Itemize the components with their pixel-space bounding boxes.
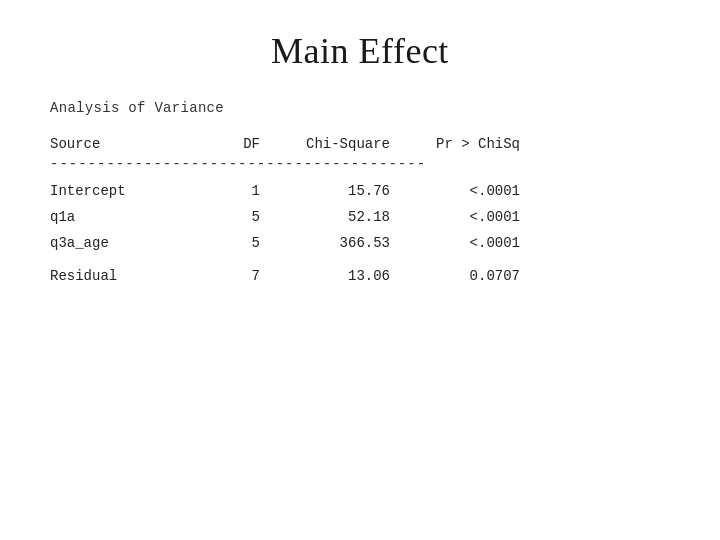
table-row: q3a_age 5 366.53 <.0001 xyxy=(50,232,680,256)
cell-source-2: q3a_age xyxy=(50,232,180,256)
cell-source-0: Intercept xyxy=(50,180,180,204)
col-header-source: Source xyxy=(50,136,180,152)
anova-table: Source DF Chi-Square Pr > ChiSq --------… xyxy=(50,136,680,289)
cell-source-1: q1a xyxy=(50,206,180,230)
table-row: Residual 7 13.06 0.0707 xyxy=(50,265,680,289)
col-header-chisq: Chi-Square xyxy=(260,136,390,152)
cell-pr-2: <.0001 xyxy=(390,232,520,256)
col-header-pr: Pr > ChiSq xyxy=(390,136,520,152)
cell-chisq-2: 366.53 xyxy=(260,232,390,256)
cell-chisq-1: 52.18 xyxy=(260,206,390,230)
cell-chisq-0: 15.76 xyxy=(260,180,390,204)
content-area: Analysis of Variance Source DF Chi-Squar… xyxy=(40,100,680,291)
cell-pr-0: <.0001 xyxy=(390,180,520,204)
subtitle: Analysis of Variance xyxy=(50,100,680,116)
table-row: Intercept 1 15.76 <.0001 xyxy=(50,180,680,204)
cell-df-2: 5 xyxy=(180,232,260,256)
page-title: Main Effect xyxy=(271,30,449,72)
col-header-df: DF xyxy=(180,136,260,152)
table-header-row: Source DF Chi-Square Pr > ChiSq xyxy=(50,136,680,152)
separator-line: ---------------------------------------- xyxy=(50,156,680,172)
cell-source-3: Residual xyxy=(50,265,180,289)
cell-df-1: 5 xyxy=(180,206,260,230)
table-row: q1a 5 52.18 <.0001 xyxy=(50,206,680,230)
cell-pr-3: 0.0707 xyxy=(390,265,520,289)
cell-df-0: 1 xyxy=(180,180,260,204)
page: Main Effect Analysis of Variance Source … xyxy=(0,0,720,540)
cell-pr-1: <.0001 xyxy=(390,206,520,230)
cell-chisq-3: 13.06 xyxy=(260,265,390,289)
cell-df-3: 7 xyxy=(180,265,260,289)
